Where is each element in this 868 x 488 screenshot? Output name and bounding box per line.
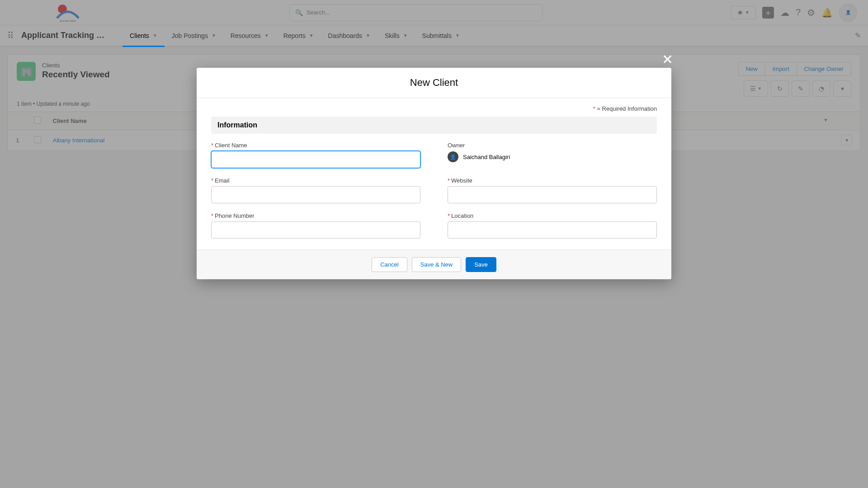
new-client-modal: ✕ New Client * = Required Information In…: [197, 68, 671, 279]
field-phone: *Phone Number: [211, 212, 420, 239]
owner-name: Saichand Ballagiri: [463, 154, 510, 160]
owner-label: Owner: [448, 142, 657, 149]
owner-display: 👤 Saichand Ballagiri: [448, 151, 657, 162]
save-button[interactable]: Save: [466, 257, 496, 272]
field-owner: Owner 👤 Saichand Ballagiri: [448, 142, 657, 168]
modal-header: New Client: [197, 68, 671, 98]
field-client-name: *Client Name: [211, 142, 420, 168]
modal-title: New Client: [197, 77, 671, 89]
location-label: *Location: [448, 212, 657, 219]
owner-avatar-icon: 👤: [448, 151, 458, 162]
website-input[interactable]: [448, 186, 657, 203]
chevron-down-icon[interactable]: ▼: [153, 33, 157, 38]
phone-label: *Phone Number: [211, 212, 420, 219]
client-name-label: *Client Name: [211, 142, 420, 149]
close-icon[interactable]: ✕: [662, 52, 673, 67]
modal-overlay: ✕ New Client * = Required Information In…: [0, 0, 868, 488]
form-grid: *Client Name Owner 👤 Saichand Ballagiri …: [211, 142, 657, 239]
field-website: *Website: [448, 177, 657, 203]
phone-input[interactable]: [211, 221, 420, 239]
required-info-text: = Required Information: [597, 105, 657, 112]
nav-tab-label: Clients: [130, 32, 149, 39]
website-label: *Website: [448, 177, 657, 184]
save-and-new-button[interactable]: Save & New: [412, 257, 462, 272]
field-location: *Location: [448, 212, 657, 239]
field-email: *Email: [211, 177, 420, 203]
nav-tab-clients[interactable]: Clients ▼: [123, 25, 165, 47]
required-info: * = Required Information: [211, 105, 657, 112]
email-input[interactable]: [211, 186, 420, 203]
email-label: *Email: [211, 177, 420, 184]
section-information: Information: [211, 117, 657, 134]
cancel-button[interactable]: Cancel: [372, 257, 407, 272]
client-name-input[interactable]: [211, 151, 420, 168]
required-star-icon: *: [593, 105, 595, 112]
location-input[interactable]: [448, 221, 657, 239]
modal-footer: Cancel Save & New Save: [197, 249, 671, 279]
modal-body: * = Required Information Information *Cl…: [197, 98, 671, 249]
